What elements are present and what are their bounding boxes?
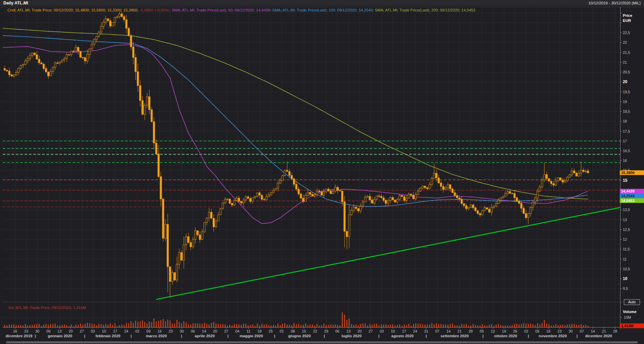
month-label: marzo 2020 <box>146 334 167 338</box>
date-tick-label: 24 <box>124 329 128 333</box>
sma200-price-marker: 14,0453 <box>620 198 644 203</box>
price-tick-label: 11 <box>623 257 627 261</box>
month-separator: | <box>482 334 483 338</box>
date-tick-label: 06 <box>335 329 339 333</box>
price-tick-label: 21,5 <box>623 50 630 55</box>
date-tick-label: 18 <box>257 329 261 333</box>
date-tick-label: 29 <box>324 329 328 333</box>
date-tick-label: 07 <box>580 329 584 333</box>
month-separator: | <box>426 334 427 338</box>
price-tick-label: 22 <box>623 40 627 44</box>
legend-candle: Cndl; ATL.MI; Trade Price; 09/12/2020; 1… <box>7 8 139 12</box>
sma50-price-marker: 14,4439 <box>620 189 644 194</box>
auto-scale-button[interactable]: Auto <box>624 299 640 305</box>
price-tick-label: 16,5 <box>623 149 630 153</box>
date-tick-label: 04 <box>235 329 239 333</box>
price-tick-label: 9,5 <box>623 286 628 290</box>
month-label: novembre 2020 <box>539 334 567 338</box>
month-label: giugno 2020 <box>288 334 311 338</box>
volume-pane-legend: Vol; ATL.MI; Trade Price; 09/12/2020; 1,… <box>8 306 86 310</box>
price-tick-label: 21 <box>623 60 627 64</box>
page-title: Daily ATL.MI <box>3 1 28 5</box>
price-tick-label: 17,5 <box>623 129 630 133</box>
date-tick-label: 20 <box>358 329 362 333</box>
legend-sma50: SMA; ATL.MI; Trade Price(Last); 50; 09/1… <box>172 8 272 12</box>
month-label: ottobre 2020 <box>494 334 517 338</box>
price-tick-label: 13,5 <box>623 208 630 212</box>
price-axis: 22,52221,52120,52019,51918,51817,51716,5… <box>620 13 630 317</box>
date-tick-label: 17 <box>402 329 406 333</box>
date-tick-label: 21 <box>602 329 606 333</box>
price-tick-label: 12,5 <box>623 228 630 232</box>
price-tick-label: 10 <box>623 276 628 281</box>
price-tick-label: 13 <box>623 218 627 222</box>
volume-axis-title: Volume <box>623 310 637 314</box>
month-label: aprile 2020 <box>195 334 214 338</box>
month-separator: | <box>228 334 229 338</box>
month-label: settembre 2020 <box>441 334 469 338</box>
chart-plot-area[interactable] <box>3 7 620 327</box>
price-tick-label: 17 <box>623 139 627 143</box>
date-tick-label: 30 <box>180 329 184 333</box>
date-axis[interactable]: 1623300613202703101724020916233006142027… <box>6 327 617 338</box>
month-separator: | <box>378 334 379 338</box>
chart-canvas[interactable]: 22,52221,52120,52019,51918,51817,51716,5… <box>0 0 644 344</box>
date-tick-label: 02 <box>135 329 139 333</box>
date-tick-label: 16 <box>13 329 17 333</box>
volume-axis-tick-label: 10M <box>624 315 631 319</box>
price-tick-label: 12 <box>623 237 627 241</box>
date-tick-label: 06 <box>191 329 195 333</box>
date-tick-label: 23 <box>24 329 28 333</box>
price-pane-legend: Cndl; ATL.MI; Trade Price; 09/12/2020; 1… <box>7 8 475 12</box>
date-tick-label: 10 <box>391 329 395 333</box>
date-tick-label: 07 <box>435 329 439 333</box>
price-axis-unit: EUR <box>623 19 631 23</box>
price-axis-title: Price <box>623 13 632 18</box>
date-tick-label: 21 <box>457 329 461 333</box>
legend-change: -0,0850; (-0,55%); <box>139 8 172 12</box>
date-tick-label: 30 <box>35 329 39 333</box>
month-label: dicembre 2020 <box>585 334 612 338</box>
date-tick-label: 13 <box>57 329 62 333</box>
date-tick-label: 03 <box>91 329 95 333</box>
date-tick-label: 17 <box>113 329 117 333</box>
price-tick-label: 18,5 <box>623 109 630 113</box>
date-range-label: 10/12/2019 - 30/12/2020 (MIL) <box>589 1 641 5</box>
date-tick-label: 06 <box>46 329 50 333</box>
horizontal-scrollbar[interactable] <box>6 341 638 343</box>
month-separator: | <box>35 334 36 338</box>
legend-sma200: SMA; ATL.MI; Trade Price(Last); 200; 09/… <box>375 8 475 12</box>
month-separator: | <box>84 334 85 338</box>
month-separator: | <box>576 334 577 338</box>
last-price-marker: 15,3800 <box>620 170 644 175</box>
price-tick-label: 16 <box>623 159 627 163</box>
date-tick-label: 16 <box>158 329 162 333</box>
date-tick-label: 09 <box>147 329 151 333</box>
date-tick-label: 30 <box>569 329 573 333</box>
date-tick-label: 03 <box>380 329 384 333</box>
volume-value-marker: 1,414M <box>620 323 644 328</box>
date-tick-label: 16 <box>547 329 551 333</box>
date-tick-label: 11 <box>246 329 250 333</box>
date-tick-label: 28 <box>469 329 473 333</box>
date-tick-label: 13 <box>347 329 351 333</box>
trading-chart-window: Daily ATL.MI 10/12/2019 - 30/12/2020 (MI… <box>0 0 644 344</box>
date-tick-label: 01 <box>280 329 284 333</box>
month-label: febbraio 2020 <box>95 334 120 338</box>
month-label: maggio 2020 <box>240 334 263 338</box>
price-tick-label: 19,5 <box>623 90 630 94</box>
date-tick-label: 22 <box>313 329 317 333</box>
date-tick-label: 15 <box>302 329 306 333</box>
date-tick-label: 08 <box>291 329 295 333</box>
date-tick-label: 10 <box>102 329 106 333</box>
date-tick-label: 23 <box>169 329 173 333</box>
price-tick-label: 20,5 <box>623 70 630 74</box>
month-separator: | <box>274 334 275 338</box>
month-label: gennaio 2020 <box>48 334 72 338</box>
price-tick-label: 22,5 <box>623 31 630 35</box>
price-tick-label: 15 <box>623 178 628 183</box>
date-tick-label: 27 <box>369 329 373 333</box>
date-tick-label: 23 <box>558 329 562 333</box>
legend-sma100: SMA; ATL.MI; Trade Price(Last); 100; 09/… <box>272 8 375 12</box>
date-tick-label: 25 <box>269 329 273 333</box>
